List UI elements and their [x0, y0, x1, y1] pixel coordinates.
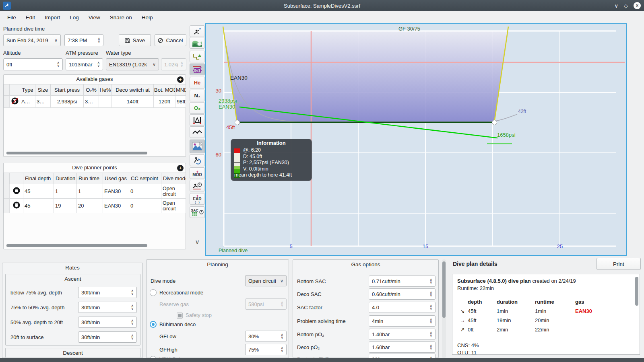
spinner-arrows-icon[interactable]: ∧∨: [128, 290, 134, 295]
delete-point-icon[interactable]: [12, 187, 21, 195]
spinner-arrows-icon[interactable]: ∧∨: [427, 344, 432, 350]
menu-view[interactable]: View: [84, 14, 105, 21]
toolbar-sac-button[interactable]: SAC: [190, 206, 205, 218]
close-button[interactable]: ×: [634, 2, 641, 9]
spinner-arrows-icon[interactable]: ∧∨: [128, 304, 134, 310]
problem-solving-time-spinbox[interactable]: 4min ∧∨: [369, 315, 436, 327]
col-size[interactable]: Size: [35, 84, 51, 96]
profile-point-handle[interactable]: [492, 120, 497, 125]
spinner-arrows-icon[interactable]: ∧∨: [427, 331, 432, 337]
gas-row[interactable]: A… 3… 2,938psi 3… 140ft 120ft 98ft: [4, 96, 186, 108]
gas-mnd[interactable]: 98ft: [175, 96, 186, 108]
spinner-arrows-icon[interactable]: ∧∨: [128, 334, 134, 340]
cancel-button[interactable]: Cancel: [155, 34, 186, 46]
col-bot-mod[interactable]: Bot. MOD: [154, 84, 175, 96]
bottom-po2-spinbox[interactable]: 1.40bar ∧∨: [369, 329, 436, 340]
dive-date-combobox[interactable]: Sun Feb 24, 2019 ∨: [3, 34, 61, 46]
col-cc-setpoint[interactable]: CC setpoint: [129, 173, 161, 184]
col-used-gas[interactable]: Used gas: [103, 173, 129, 184]
spinner-arrows-icon[interactable]: ∧∨: [95, 37, 100, 43]
toolbar-scale-button[interactable]: [190, 51, 205, 62]
spinner-arrows-icon[interactable]: ∧∨: [54, 62, 60, 67]
col-deco-switch[interactable]: Deco switch at: [112, 84, 154, 96]
maximize-button[interactable]: ◇: [624, 3, 628, 8]
delete-gas-icon[interactable]: [11, 97, 19, 105]
atm-pressure-spinbox[interactable]: 1013mbar ∧∨: [66, 58, 103, 70]
spinner-arrows-icon[interactable]: ∧∨: [427, 318, 432, 324]
toolbar-salinity-button[interactable]: [190, 37, 205, 49]
gas-type[interactable]: A…: [20, 96, 35, 108]
gas-deco-switch[interactable]: 140ft: [112, 96, 154, 108]
deco-sac-spinbox[interactable]: 0.60cuft/min ∧∨: [369, 288, 436, 300]
menu-help[interactable]: Help: [137, 14, 158, 21]
col-run-time[interactable]: Run time: [77, 173, 103, 184]
col-dive-mode[interactable]: Dive mode: [161, 173, 186, 184]
toolbar-deco-time-button[interactable]: [190, 180, 205, 191]
col-he[interactable]: He%: [99, 84, 112, 96]
options-scrollbar-handle[interactable]: [442, 261, 446, 318]
col-o2[interactable]: O₂%: [84, 84, 99, 96]
gfhigh-spinbox[interactable]: 75% ∧∨: [245, 344, 287, 355]
toolbar-ascent-rates-button[interactable]: [190, 25, 205, 37]
dive-plan-text[interactable]: Subsurface (4.8.5.0) dive plan created o…: [452, 274, 640, 355]
toolbar-oxygen-button[interactable]: O₂: [190, 102, 205, 114]
print-button[interactable]: Print: [597, 258, 641, 270]
col-duration[interactable]: Duration: [54, 173, 77, 184]
dive-mode-combobox[interactable]: Open circuit ∨: [245, 275, 287, 286]
menu-import[interactable]: Import: [40, 14, 65, 21]
toolbar-scroll-down-button[interactable]: ∨: [190, 238, 205, 246]
gases-horizontal-scrollbar[interactable]: [6, 152, 147, 154]
add-gas-button[interactable]: +: [177, 76, 184, 83]
spinner-arrows-icon[interactable]: ∧∨: [427, 278, 432, 284]
minimize-button[interactable]: ∨: [614, 3, 618, 8]
profile-point-handle[interactable]: [235, 120, 240, 125]
altitude-spinbox[interactable]: 0ft ∧∨: [3, 58, 63, 70]
toolbar-mod-button[interactable]: ＋ MOD: [190, 167, 205, 179]
col-mnd[interactable]: MND: [175, 84, 186, 96]
gas-start-press[interactable]: 2,938psi: [51, 96, 84, 108]
gas-bot-mod[interactable]: 120ft: [154, 96, 175, 108]
points-horizontal-scrollbar[interactable]: [6, 244, 147, 247]
gas-size[interactable]: 3…: [35, 96, 51, 108]
menu-share-on[interactable]: Share on: [105, 14, 137, 21]
buhlmann-deco-radio[interactable]: [150, 321, 157, 328]
toolbar-photos-button[interactable]: [190, 140, 205, 153]
add-point-button[interactable]: +: [177, 165, 184, 171]
spinner-arrows-icon[interactable]: ∧∨: [427, 304, 432, 310]
toolbar-nitrogen-button[interactable]: N₂: [190, 90, 205, 101]
deco-po2-spinbox[interactable]: 1.60bar ∧∨: [369, 341, 436, 353]
gas-he[interactable]: [99, 96, 112, 108]
toolbar-ead-button[interactable]: ＋ EAD (...): [190, 193, 205, 205]
col-type[interactable]: Type: [20, 84, 35, 96]
menu-log[interactable]: Log: [65, 14, 84, 21]
information-tooltip[interactable]: Information @: 6:20 D: 45.0ft P: 2,557ps…: [231, 139, 312, 181]
spinner-arrows-icon[interactable]: ∧∨: [278, 333, 283, 339]
toolbar-tank-bar-button[interactable]: [190, 114, 205, 126]
ascent-rate-spinbox-4[interactable]: 30ft/min ∧∨: [78, 331, 137, 343]
planner-point-row[interactable]: 45 1 1 EAN30 0 Open circuit: [4, 184, 186, 199]
bottom-sac-spinbox[interactable]: 0.71cuft/min ∧∨: [369, 276, 436, 287]
ascent-rate-spinbox-1[interactable]: 30ft/min ∧∨: [78, 287, 137, 298]
gflow-spinbox[interactable]: 30% ∧∨: [245, 331, 287, 342]
spinner-arrows-icon[interactable]: ∧∨: [95, 62, 100, 67]
gas-o2[interactable]: 3…: [84, 96, 99, 108]
menu-file[interactable]: File: [2, 14, 21, 21]
col-start-press[interactable]: Start press: [51, 84, 84, 96]
toolbar-time-shift-button[interactable]: [190, 64, 205, 75]
sac-factor-spinbox[interactable]: 4.0 ∧∨: [369, 302, 436, 313]
toolbar-heart-rate-button[interactable]: [190, 126, 205, 138]
planner-point-row[interactable]: 45 19 20 EAN30 0 Open circuit: [4, 199, 186, 213]
spinner-arrows-icon[interactable]: ∧∨: [128, 319, 134, 325]
ascent-rate-spinbox-2[interactable]: 30ft/min ∧∨: [78, 302, 137, 313]
save-button[interactable]: Save: [119, 34, 151, 46]
water-type-combobox[interactable]: EN13319 (1.02k ∨: [106, 58, 159, 70]
spinner-arrows-icon[interactable]: ∧∨: [427, 291, 432, 297]
col-final-depth[interactable]: Final depth: [23, 173, 54, 184]
toolbar-gas-switch-button[interactable]: [190, 154, 205, 166]
toolbar-helium-button[interactable]: He: [190, 77, 205, 88]
menu-edit[interactable]: Edit: [21, 14, 40, 21]
ascent-rate-spinbox-3[interactable]: 30ft/min ∧∨: [78, 317, 137, 328]
spinner-arrows-icon[interactable]: ∧∨: [278, 347, 283, 352]
recreational-mode-radio[interactable]: [150, 289, 157, 296]
details-scrollbar-handle[interactable]: [635, 277, 638, 306]
